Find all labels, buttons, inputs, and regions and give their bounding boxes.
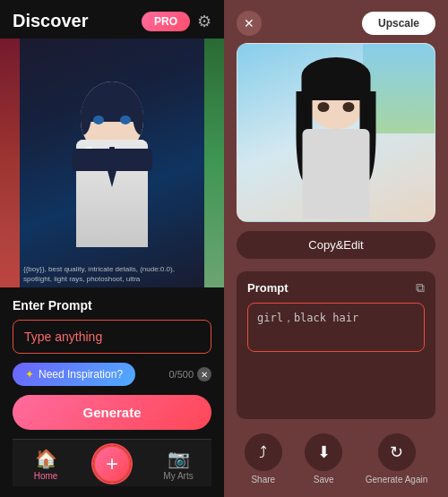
side-image-right: [204, 39, 224, 287]
add-button[interactable]: +: [93, 445, 131, 483]
hero-background: {{boy}}, best quality, intricate details…: [0, 39, 224, 287]
nav-my-arts[interactable]: 📷 My Arts: [145, 448, 211, 481]
bottom-nav: 🏠 Home + 📷 My Arts: [13, 439, 211, 486]
left-panel: Discover PRO ⚙: [0, 0, 224, 497]
generate-again-action[interactable]: ↻ Generate Again: [366, 433, 428, 484]
prompt-input[interactable]: [13, 320, 211, 354]
prompt-textarea[interactable]: girl，black hair: [247, 303, 425, 352]
image-caption: {{boy}}, best quality, intricate details…: [23, 265, 201, 284]
camera-icon: 📷: [168, 448, 190, 469]
left-header: Discover PRO ⚙: [0, 0, 224, 39]
share-icon: ⤴: [259, 443, 267, 462]
close-button[interactable]: ✕: [237, 11, 262, 36]
bottom-section: Enter Prompt ✦ Need Inspiration? 0/500 ✕…: [0, 287, 224, 497]
right-action-row: ⤴ Share ⬇ Save ↻ Generate Again: [224, 423, 448, 497]
result-image-area: [237, 43, 435, 222]
right-header: ✕ Upscale: [224, 0, 448, 43]
char-eye-left: [93, 116, 104, 124]
prompt-section-label: Prompt: [247, 281, 289, 295]
nav-home-label: Home: [34, 471, 58, 481]
right-panel: ✕ Upscale Copy&Edit Prompt ⧉ girl，black …: [224, 0, 448, 497]
upscale-button[interactable]: Upscale: [362, 12, 435, 35]
girl-hair-bangs: [304, 81, 369, 100]
girl-head: [307, 64, 366, 129]
char-eye-right: [120, 116, 131, 124]
inspiration-button[interactable]: ✦ Need Inspiration?: [13, 363, 135, 386]
nav-add[interactable]: +: [79, 445, 145, 483]
generate-again-label: Generate Again: [366, 475, 428, 484]
girl-eye-right: [343, 102, 355, 112]
pro-button[interactable]: PRO: [142, 12, 190, 31]
char-hair-side-left: [81, 95, 91, 135]
anime-girl-character: [291, 56, 381, 221]
char-hair-side-right: [133, 95, 143, 135]
save-action[interactable]: ⬇ Save: [305, 433, 342, 484]
side-image-left: [0, 39, 20, 287]
save-button[interactable]: ⬇: [305, 433, 342, 471]
download-icon: ⬇: [317, 442, 331, 462]
share-action[interactable]: ⤴ Share: [245, 433, 282, 484]
share-button[interactable]: ⤴: [245, 433, 282, 471]
refresh-icon: ↻: [390, 442, 403, 462]
generate-button[interactable]: Generate: [13, 395, 211, 430]
prompt-section: Prompt ⧉ girl，black hair: [237, 271, 435, 419]
inspire-label: Need Inspiration?: [39, 368, 123, 381]
anime-boy-character: [54, 73, 170, 287]
inspire-row: ✦ Need Inspiration? 0/500 ✕: [13, 363, 211, 386]
char-count-value: 0/500: [168, 369, 194, 380]
girl-body: [303, 129, 370, 219]
settings-icon[interactable]: ⚙: [197, 12, 211, 31]
hero-image-area: {{boy}}, best quality, intricate details…: [0, 39, 224, 287]
generate-again-button[interactable]: ↻: [378, 433, 416, 471]
copy-edit-container: Copy&Edit: [237, 231, 435, 259]
girl-eye-left: [318, 102, 330, 112]
copy-icon-button[interactable]: ⧉: [416, 280, 425, 296]
header-right: PRO ⚙: [142, 12, 211, 31]
enter-prompt-label: Enter Prompt: [13, 298, 211, 313]
copy-edit-button[interactable]: Copy&Edit: [237, 231, 435, 259]
nav-my-arts-label: My Arts: [163, 471, 193, 481]
char-count: 0/500 ✕: [168, 367, 211, 381]
sun-icon: ✦: [25, 368, 34, 381]
page-title: Discover: [13, 11, 89, 31]
char-scarf: [72, 149, 152, 171]
home-icon: 🏠: [35, 448, 57, 469]
share-label: Share: [251, 475, 275, 484]
prompt-top-row: Prompt ⧉: [247, 280, 425, 296]
clear-button[interactable]: ✕: [197, 367, 211, 381]
nav-home[interactable]: 🏠 Home: [13, 448, 79, 481]
save-label: Save: [314, 475, 334, 484]
